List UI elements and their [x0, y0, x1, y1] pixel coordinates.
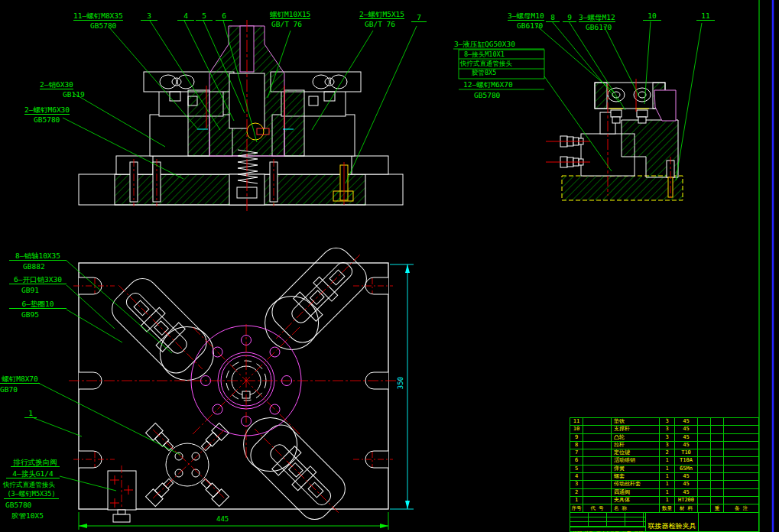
callout-joint-g14: 4—接头G1/4	[6, 469, 60, 478]
callout-washer-10-std: GB95	[21, 310, 39, 319]
callout-screw-m5x15: 2—螺钉M5X15	[359, 10, 404, 19]
callout-nut-m10-std: GB6170	[517, 21, 543, 30]
callout-screw-m6x70: 12—螺钉M6X70	[463, 80, 513, 89]
callout-hose-10x5: 胶管10X5	[11, 511, 44, 520]
parts-row: 5弹簧165Mn	[570, 466, 758, 473]
callout-nut-m12-std: GB6170	[586, 23, 612, 31]
callout-cotter-pin: 6—开口销3X30	[9, 275, 67, 284]
callout-balloon-4: 4	[177, 11, 194, 21]
callout-balloon-6: 6	[216, 11, 232, 21]
front-section-view[interactable]	[63, 20, 417, 212]
callout-nut-m10: 3—螺母M10	[508, 11, 544, 21]
callout-balloon-5: 5	[196, 11, 213, 21]
title-block: 11垫铁345 10支撑杆345 9凸轮345 8拉杆345 7定位键2T10 …	[570, 417, 759, 532]
revision-block: 标记 处数 更改文件号 签字 日期	[570, 513, 646, 532]
parts-row: 2四通阀145	[570, 489, 758, 497]
drawing-title: 联接器检验夹具	[646, 513, 699, 532]
parts-row: 7定位键2T10	[570, 449, 758, 457]
dimension-height: 350	[397, 377, 404, 389]
parts-row: 1夹具体1HT200	[570, 497, 758, 504]
callout-joint-m10x1: 8—接头M10X1	[464, 50, 505, 59]
callout-screw-m6x30: 2—螺钉M6X30	[24, 105, 70, 115]
parts-header: 序号代 号名 称数量材 料重 量备 注	[570, 504, 758, 513]
revision-row: 标记 处数 更改文件号 签字 日期	[570, 527, 645, 532]
callout-balloon-1: 1	[24, 409, 37, 418]
parts-row: 3传动丝杆套145	[570, 481, 758, 488]
callout-balloon-11: 11	[696, 11, 715, 21]
callout-pin-10x35-std: GB882	[23, 262, 45, 271]
callout-joint-g14-type: 快拧式直通管接头	[3, 481, 55, 489]
cad-drawing-canvas: 11—螺钉M8X35 GB5780 3 4 5 6 螺钉M10X15 GB/T …	[0, 0, 779, 532]
callout-screw-m10x15: 螺钉M10X15	[270, 10, 310, 19]
parts-row: 4螺套145	[570, 473, 758, 481]
callout-hose-8x5: 胶管8X5	[472, 69, 496, 77]
callout-balloon-7: 7	[411, 13, 427, 22]
stage-block: 阶段标记 重量 比例	[699, 513, 758, 532]
callout-screw-m8x35-std: GB5780	[90, 21, 116, 30]
callout-hydraulic-cylinder: 3—液压缸QG50X30	[454, 40, 515, 48]
callout-pin-10x35: 8—销轴10X35	[9, 251, 67, 261]
callout-screw-m8x70-std: GB70	[0, 385, 18, 394]
callout-balloon-8: 8	[546, 13, 560, 22]
callout-pin-6x30-std: GB119	[63, 90, 85, 99]
parts-row: 9凸轮345	[570, 434, 758, 442]
side-section-view[interactable]	[453, 21, 702, 200]
parts-row: 11垫铁345	[570, 418, 758, 426]
plan-view[interactable]	[32, 236, 414, 532]
callout-joint-type: 快拧式直通管接头	[460, 60, 512, 68]
callout-balloon-10: 10	[643, 11, 661, 21]
callout-balloon-3: 3	[141, 11, 157, 21]
callout-balloon-9: 9	[563, 13, 576, 22]
callout-nut-m12: 3—螺母M12	[579, 13, 615, 22]
callout-cotter-pin-std: GB91	[21, 286, 39, 294]
callout-screw-m8x35: 11—螺钉M8X35	[73, 11, 123, 21]
callout-screw-m6x30-std: GB5780	[34, 115, 60, 124]
parts-row: 10支撑杆345	[570, 426, 758, 433]
callout-screw-m6x70-std: GB5780	[474, 91, 500, 99]
dimension-width: 445	[216, 515, 229, 524]
callout-washer-10: 6—垫圈10	[9, 300, 67, 309]
parts-row: 6活动锥销1T10A	[570, 457, 758, 465]
callout-directional-valve: 排行式换向阀	[11, 458, 60, 467]
callout-screw-m5x15-std: GB/T 76	[365, 20, 395, 28]
callout-pin-6x30: 2—销6X30	[40, 80, 73, 89]
callout-screw-m8x70: 螺钉M8X70	[0, 375, 40, 384]
parts-row: 8拉杆345	[570, 442, 758, 449]
callout-screw-m10x15-std: GB/T 76	[271, 20, 302, 28]
callout-screw-m5x35: (3—螺钉M5X35)	[4, 490, 59, 499]
callout-gb5780: GB5780	[5, 501, 31, 509]
